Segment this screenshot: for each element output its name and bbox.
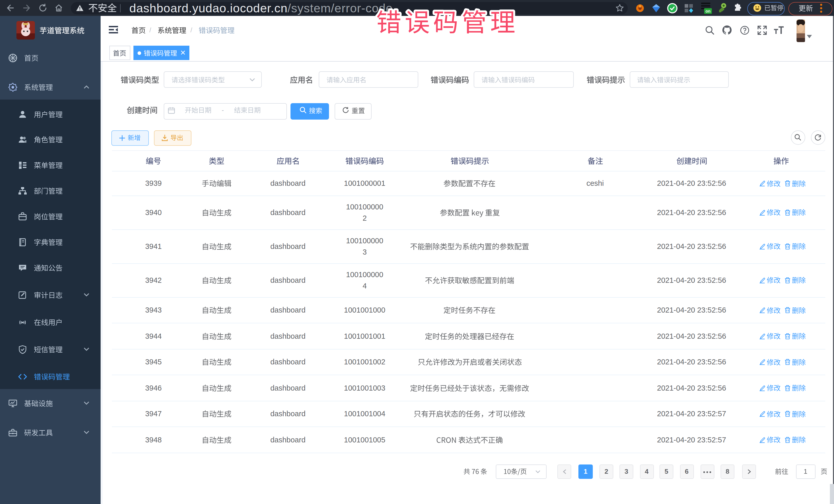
svg-text:on: on [705, 9, 710, 13]
